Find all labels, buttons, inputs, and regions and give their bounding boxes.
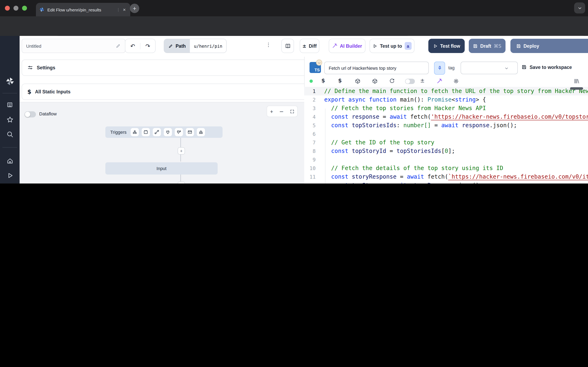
wand-icon <box>332 43 337 49</box>
refresh-icon <box>389 78 395 84</box>
draft-button[interactable]: Draft ⌘S <box>469 39 506 53</box>
building-icon <box>7 101 13 108</box>
mail-icon <box>187 130 192 134</box>
path-group: Path u/henri/pin <box>164 39 227 53</box>
tab-close-icon[interactable]: × <box>122 7 127 12</box>
search-icon <box>6 131 13 138</box>
package-icon <box>355 78 361 84</box>
screen: Edit Flow u/henri/pin_results | × + app.… <box>0 0 588 184</box>
star-icon <box>6 116 13 123</box>
add-step-button[interactable]: + <box>178 147 185 155</box>
library-panel-button[interactable] <box>574 78 579 84</box>
flow-settings-row[interactable]: Settings <box>22 59 308 76</box>
book-icon <box>285 43 291 49</box>
chevron-down-icon <box>577 6 582 10</box>
diff-button[interactable]: ±Diff <box>300 39 319 53</box>
dollar-icon: $ <box>27 89 31 95</box>
sidebar-item-home[interactable] <box>0 157 20 164</box>
sliders-icon <box>27 65 33 71</box>
flow-graph-canvas[interactable]: Dataflow + − Triggers <box>20 102 304 184</box>
more-options-button[interactable]: ⋮ <box>263 42 274 48</box>
pencil-icon <box>116 43 121 49</box>
diff-icon[interactable]: ± <box>420 77 425 83</box>
editor-scrollbar-thumb[interactable] <box>570 87 583 90</box>
webhook-trigger-button[interactable] <box>131 128 139 136</box>
sidebar-item-search[interactable] <box>0 131 20 138</box>
poll-trigger-button[interactable] <box>197 128 205 136</box>
windmill-logo[interactable] <box>0 77 20 86</box>
step-badge: a <box>405 42 411 50</box>
app-sidebar: $ <box>0 36 20 184</box>
save-to-workspace-button[interactable]: Save to workspace <box>521 64 572 70</box>
websocket-trigger-button[interactable] <box>164 128 172 136</box>
sidebar-item-runs[interactable] <box>0 172 20 179</box>
schedule-trigger-button[interactable] <box>142 128 150 136</box>
toggle-knob <box>25 112 30 117</box>
kafka-trigger-button[interactable] <box>175 128 183 136</box>
tag-label: tag <box>448 65 455 70</box>
flow-summary-value: Untitled <box>26 43 116 48</box>
path-value[interactable]: u/henri/pin <box>190 39 226 53</box>
variables-picker-button[interactable]: $ <box>321 77 325 83</box>
webhook-icon <box>132 130 137 134</box>
windmill-favicon <box>39 7 44 12</box>
tag-select[interactable] <box>461 62 518 74</box>
reset-button[interactable] <box>389 78 395 84</box>
fit-view-icon[interactable] <box>290 109 294 114</box>
script-library-button[interactable] <box>355 78 361 84</box>
browser-tab[interactable]: Edit Flow u/henri/pin_results | × <box>36 3 130 16</box>
docs-button[interactable] <box>281 39 294 53</box>
language-status-dot <box>310 80 313 83</box>
path-button[interactable]: Path <box>164 39 190 53</box>
email-trigger-button[interactable] <box>186 128 194 136</box>
ai-assist-button[interactable] <box>437 78 442 84</box>
deploy-button[interactable]: Deploy <box>510 39 588 53</box>
browser-titlebar: Edit Flow u/henri/pin_results | × + <box>0 0 588 16</box>
traffic-minimize-button[interactable] <box>13 6 18 11</box>
test-up-to-button[interactable]: Test up to a <box>370 39 415 53</box>
save-icon <box>516 43 521 48</box>
add-step-button[interactable]: + <box>178 182 185 184</box>
ai-builder-button[interactable]: AI Builder <box>329 39 365 53</box>
dataflow-label: Dataflow <box>39 111 57 116</box>
zoom-in-button[interactable]: + <box>270 108 273 114</box>
graph-zoom-controls: + − <box>267 106 298 117</box>
undo-button[interactable]: ↶ <box>125 43 140 49</box>
resources-picker-button[interactable]: $ <box>338 77 342 83</box>
sidebar-item-workspace[interactable] <box>0 101 20 108</box>
undo-redo-group: ↶ ↷ <box>125 39 156 53</box>
code-editor[interactable]: 1// Define the main function to fetch th… <box>304 87 588 184</box>
step-name-input[interactable]: Fetch url of HackerNews top story <box>324 62 429 74</box>
play-icon <box>373 43 378 48</box>
dependencies-button[interactable] <box>372 78 378 84</box>
dataflow-toggle[interactable] <box>25 111 36 117</box>
test-flow-button[interactable]: Test flow <box>428 39 465 53</box>
sidebar-item-favorites[interactable] <box>0 116 20 123</box>
draft-shortcut: ⌘S <box>494 43 502 49</box>
zoom-out-button[interactable]: − <box>279 108 284 114</box>
triggers-node[interactable]: Triggers <box>105 126 223 138</box>
save-icon <box>473 43 478 48</box>
diff-mode-toggle[interactable] <box>405 79 415 84</box>
static-inputs-row[interactable]: $ All Static Inputs <box>22 83 308 100</box>
divider <box>2 93 17 93</box>
plug-icon <box>165 130 170 134</box>
flow-summary-field[interactable]: Untitled <box>22 39 125 53</box>
bun-icon <box>316 59 322 66</box>
pencil-icon <box>168 43 173 48</box>
input-node[interactable]: Input <box>105 162 218 175</box>
redo-button[interactable]: ↷ <box>140 43 155 49</box>
traffic-zoom-button[interactable] <box>22 6 27 11</box>
tab-overview-button[interactable] <box>574 2 585 13</box>
chevron-down-icon <box>504 66 509 71</box>
route-trigger-button[interactable] <box>153 128 161 136</box>
package-icon <box>372 78 378 84</box>
plus-minus-icon: ± <box>302 43 306 49</box>
traffic-close-button[interactable] <box>5 6 10 11</box>
gear-icon <box>453 78 459 84</box>
route-icon <box>154 130 159 134</box>
pin-toggle-button[interactable] <box>434 62 445 75</box>
new-tab-button[interactable]: + <box>130 4 139 13</box>
editor-settings-button[interactable] <box>453 78 459 84</box>
play-icon <box>433 43 438 48</box>
